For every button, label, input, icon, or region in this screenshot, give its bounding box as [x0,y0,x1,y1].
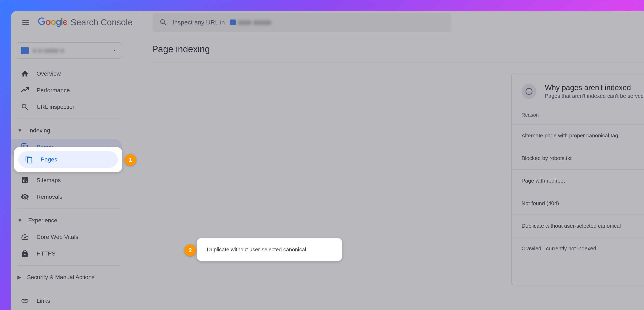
page-title: Page indexing [152,44,210,54]
nav-pages[interactable]: Pages [11,139,122,155]
sitemaps-icon [21,176,29,184]
videos-icon [21,159,29,168]
tutorial-marker-1: 1 [124,154,136,166]
search-domain-chip: ■■■ ■■■■ [230,19,271,26]
nav-performance[interactable]: Performance [11,82,122,99]
cell-reason: Blocked by robots.txt [512,147,644,169]
app-header: Search Console Inspect any URL in ■■■ ■■… [11,11,644,34]
chevron-right-icon: ▶ [18,274,21,280]
removals-icon [21,193,29,201]
nav-links[interactable]: Links [11,293,122,309]
info-icon [522,84,536,99]
cell-reason: Duplicate without user-selected canonica… [512,215,644,237]
speed-icon [21,233,29,241]
home-icon [21,70,29,78]
cell-reason: Alternate page with proper canonical tag [512,124,644,147]
chevron-down-icon [112,48,117,53]
property-favicon-icon [21,47,29,54]
card-subtitle: Pages that aren't indexed can't be serve… [545,93,644,99]
nav-url-inspection[interactable]: URL inspection [11,99,122,115]
table-row[interactable]: Page with redirect Website ! Not Started… [512,169,644,192]
app-name: Search Console [70,17,133,27]
table-footer: Rows per page: 10 1-6 of 6 [512,260,644,285]
chart-line-icon [21,86,29,95]
search-icon [21,103,29,111]
search-icon [159,18,168,26]
chevron-down-icon: ▼ [18,128,22,134]
table-row[interactable]: Blocked by robots.txt Website ! Not Star… [512,147,644,169]
section-experience[interactable]: ▼ Experience [11,212,127,229]
section-security[interactable]: ▶ Security & Manual Actions [11,269,127,286]
section-indexing[interactable]: ▼ Indexing [11,122,127,139]
tutorial-marker-2: 2 [184,245,196,256]
col-reason[interactable]: Reason [512,106,644,124]
nav-videos[interactable]: Videos [11,155,122,172]
app-logo: Search Console [37,17,133,27]
search-placeholder: Inspect any URL in [172,19,225,26]
cell-reason: Crawled - currently not indexed [512,237,644,260]
chevron-down-icon: ▼ [18,218,22,223]
pages-icon [21,143,29,151]
sidebar: ■ ■ ■■■■ ■ Overview Performance URL insp… [11,34,127,310]
indexing-reasons-table: Reason Source ? Validation ↓ Trend Pages [512,106,644,260]
lock-icon [21,250,29,258]
table-row[interactable]: Alternate page with proper canonical tag… [512,124,644,147]
nav-https[interactable]: HTTPS [11,245,122,262]
table-row[interactable]: Not found (404) Website ! Not Started 2 [512,192,644,215]
main-content: Page indexing EXPORT Why pages aren't in… [127,34,644,310]
cell-reason: Page with redirect [512,169,644,192]
indexing-card: Why pages aren't indexed Pages that aren… [511,73,644,285]
site-favicon-icon [230,19,236,25]
table-row[interactable]: Duplicate without user-selected canonica… [512,215,644,237]
table-row[interactable]: Crawled - currently not indexed Google s… [512,237,644,260]
hamburger-menu-icon[interactable] [18,14,34,31]
nav-core-web-vitals[interactable]: Core Web Vitals [11,229,122,245]
property-selector[interactable]: ■ ■ ■■■■ ■ [16,42,122,59]
nav-removals[interactable]: Removals [11,188,122,205]
cell-reason: Not found (404) [512,192,644,215]
url-inspect-search[interactable]: Inspect any URL in ■■■ ■■■■ [152,13,452,32]
property-name: ■ ■ ■■■■ ■ [33,47,108,54]
google-logo-icon [37,17,68,27]
nav-overview[interactable]: Overview [11,65,122,82]
nav-sitemaps[interactable]: Sitemaps [11,172,122,188]
card-title: Why pages aren't indexed [545,83,644,92]
link-icon [21,297,29,305]
